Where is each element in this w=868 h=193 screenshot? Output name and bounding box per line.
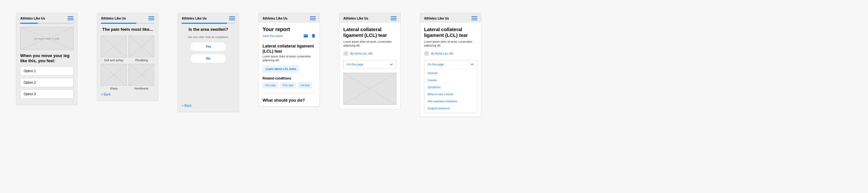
back-link[interactable]: « Back [101,93,111,96]
menu-icon[interactable] [471,17,477,20]
related-chip[interactable]: PCL tear [280,82,296,89]
screen-article-collapsed: Athletes Like Us Lateral collateral liga… [339,13,401,109]
question-title: Is the area swollen? [182,27,235,32]
page-title: Your report [262,27,316,32]
header: Athletes Like Us [339,13,400,23]
question-title: When you move your leg like this, you fe… [20,53,73,64]
chevron-down-icon [390,63,393,66]
answer-option[interactable]: Option 1 [20,66,73,76]
screen-article-expanded: Athletes Like Us Lateral collateral liga… [420,13,482,117]
email-icon[interactable] [304,34,308,38]
article-desc: Lorem ipsum dolor sit amet, consectetur … [343,40,397,48]
avatar [343,51,348,56]
article-title: Lateral collateral ligament (LCL) tear [424,27,477,38]
divider [262,93,316,93]
toc-item[interactable]: When to see a doctor [424,91,477,98]
media-placeholder: [[Looped video or gif]] [20,27,73,50]
toc-collapsed: On this page [343,60,397,69]
menu-icon[interactable] [391,17,397,20]
brand-title: Athletes Like Us [424,17,449,20]
image-option[interactable]: Sharp [101,64,127,90]
next-steps-heading: What should you do? [262,98,316,103]
brand-title: Athletes Like Us [101,17,126,20]
brand-title: Athletes Like Us [262,17,287,20]
avatar [424,51,429,56]
menu-icon[interactable] [68,17,73,20]
byline: By Sylvia Lau, MD [343,51,397,56]
toc-item[interactable]: Causes [424,76,477,84]
article-desc: Lorem ipsum dolor sit amet, consectetur … [424,40,477,48]
byline: By Sylvia Lau, MD [424,51,477,56]
back-link[interactable]: « Back [182,104,192,107]
brand-title: Athletes Like Us [20,17,45,20]
brand-title: Athletes Like Us [343,17,368,20]
article-title: Lateral collateral ligament (LCL) tear [343,27,397,38]
menu-icon[interactable] [148,17,154,20]
screen-pain-type: Athletes Like Us The pain feels most lik… [97,13,158,101]
yes-button[interactable]: Yes [191,42,226,51]
question-subtitle: Use your other knee as comparison. [182,36,235,38]
author-link[interactable]: Sylvia Lau [435,52,447,55]
article-image [343,73,397,105]
author-link[interactable]: Sylvia Lau [354,52,367,55]
header: Athletes Like Us [259,13,319,23]
image-option[interactable]: Dull and achey [101,36,127,62]
condition-title: Lateral collateral ligament (LCL) tear [262,43,316,54]
chevron-up-icon [470,63,474,66]
no-button[interactable]: No [191,54,226,63]
related-chip[interactable]: LM tear [298,82,312,89]
brand-title: Athletes Like Us [182,17,207,20]
progress-bar [20,23,73,24]
image-option[interactable]: Throbbing [128,36,154,62]
screen-report: Athletes Like Us Your report Save this r… [258,13,320,107]
toc-expanded: On this page General Causes Symptoms Whe… [424,60,477,113]
divider [262,41,316,41]
progress-bar [182,23,235,24]
condition-desc: Lorem ipsum dolor sit amet, consectetur … [262,55,316,63]
menu-icon[interactable] [310,17,316,20]
header: Athletes Like Us [420,13,481,23]
answer-option[interactable]: Option 3 [20,90,73,99]
header: Athletes Like Us [97,13,158,23]
image-option[interactable]: Numbness [128,64,154,90]
print-icon[interactable] [311,34,316,38]
related-heading: Related conditions [262,76,316,80]
screen-swollen: Athletes Like Us Is the area swollen? Us… [178,13,239,112]
question-title: The pain feels most like... [101,27,154,32]
learn-more-button[interactable]: Learn about LCL tears [262,65,299,73]
toc-item[interactable]: Surgical treatment [424,105,477,112]
toc-item[interactable]: General [424,70,477,76]
header: Athletes Like Us [178,13,239,23]
header: Athletes Like Us [17,13,77,23]
screen-question-movement: Athletes Like Us [[Looped video or gif]]… [16,13,78,105]
toc-item[interactable]: Non-operative treatment [424,98,477,105]
save-report-link[interactable]: Save this report [262,34,283,37]
toc-toggle[interactable]: On this page [424,60,477,69]
toc-toggle[interactable]: On this page [344,60,396,69]
related-chip[interactable]: ACL tear [262,82,278,89]
menu-icon[interactable] [229,17,235,20]
answer-option[interactable]: Option 2 [20,78,73,87]
progress-bar [101,23,154,24]
toc-item[interactable]: Symptoms [424,84,477,91]
